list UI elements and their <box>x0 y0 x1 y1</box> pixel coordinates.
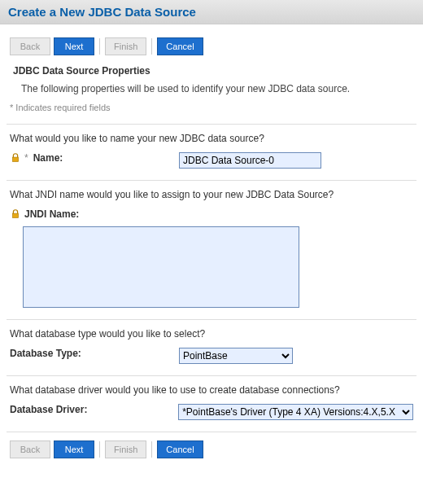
jndi-field-row: JNDI Name: <box>10 208 413 308</box>
cancel-button[interactable]: Cancel <box>157 37 203 55</box>
jndi-label: JNDI Name: <box>24 208 79 220</box>
driver-label: Database Driver: <box>10 404 172 415</box>
required-fields-note: * Indicates required fields <box>10 103 416 112</box>
svg-rect-0 <box>13 157 19 161</box>
lock-restart-icon <box>10 152 21 164</box>
jndi-label-cell: JNDI Name: <box>10 208 79 220</box>
section-description: The following properties will be used to… <box>21 83 413 94</box>
back-button[interactable]: Back <box>10 440 50 458</box>
wizard-buttons-bottom: Back Next Finish Cancel <box>10 440 413 458</box>
wizard-body: Back Next Finish Cancel JDBC Data Source… <box>0 24 423 476</box>
driver-select[interactable]: *PointBase's Driver (Type 4 XA) Versions… <box>178 404 413 420</box>
page-title: Create a New JDBC Data Source <box>8 5 415 19</box>
back-button[interactable]: Back <box>10 37 50 55</box>
jndi-question: What JNDI name would you like to assign … <box>10 189 413 200</box>
required-asterisk: * <box>24 152 28 164</box>
button-divider <box>151 441 152 458</box>
finish-button[interactable]: Finish <box>105 37 146 55</box>
svg-rect-1 <box>13 213 19 217</box>
name-label-cell: * Name: <box>10 152 172 164</box>
jndi-textarea[interactable] <box>23 226 299 308</box>
section-heading: JDBC Data Source Properties <box>13 65 413 77</box>
dbtype-select[interactable]: PointBase <box>179 348 293 364</box>
wizard-buttons-top: Back Next Finish Cancel <box>10 37 413 55</box>
finish-button[interactable]: Finish <box>105 440 146 458</box>
page-header: Create a New JDBC Data Source <box>0 0 423 24</box>
separator <box>7 319 416 320</box>
cancel-button[interactable]: Cancel <box>157 440 203 458</box>
name-label: Name: <box>33 152 63 164</box>
separator <box>7 124 416 125</box>
separator <box>7 375 416 376</box>
button-divider <box>99 38 100 55</box>
driver-question: What database driver would you like to u… <box>10 384 413 396</box>
dbtype-label: Database Type: <box>10 348 172 359</box>
name-question: What would you like to name your new JDB… <box>10 133 413 144</box>
dbtype-question: What database type would you like to sel… <box>10 328 413 340</box>
name-input[interactable] <box>179 152 321 169</box>
button-divider <box>99 441 100 458</box>
lock-restart-icon <box>10 208 21 220</box>
dbtype-field-row: Database Type: PointBase <box>10 348 413 364</box>
name-field-row: * Name: <box>10 152 413 169</box>
separator <box>7 432 416 432</box>
button-divider <box>151 38 152 55</box>
separator <box>7 180 416 181</box>
next-button[interactable]: Next <box>54 440 94 458</box>
driver-field-row: Database Driver: *PointBase's Driver (Ty… <box>10 404 413 420</box>
next-button[interactable]: Next <box>54 37 94 55</box>
